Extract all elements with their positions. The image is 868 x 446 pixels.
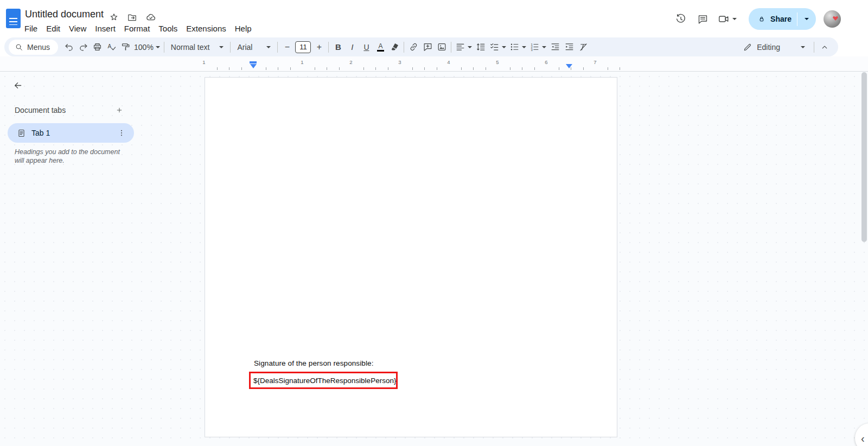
align-button[interactable] xyxy=(454,40,474,54)
add-comment-icon xyxy=(423,42,433,52)
zoom-select[interactable]: 100% xyxy=(132,40,162,54)
search-menus-button[interactable]: Menus xyxy=(9,40,58,55)
font-size-decrease-button[interactable]: − xyxy=(280,40,294,54)
toolbar-divider xyxy=(451,42,451,53)
bulleted-list-icon xyxy=(509,42,520,52)
bulleted-list-button[interactable] xyxy=(508,40,528,54)
comments-button[interactable] xyxy=(692,8,713,30)
indent-marker-left[interactable] xyxy=(250,61,257,68)
insert-image-button[interactable] xyxy=(435,40,449,54)
document-page[interactable]: Signature of the person responsible: ${D… xyxy=(205,77,617,437)
share-button[interactable]: Share xyxy=(749,8,816,30)
plus-icon xyxy=(116,105,123,115)
chevron-down-icon xyxy=(156,46,160,48)
share-label: Share xyxy=(770,15,792,23)
lock-icon xyxy=(757,15,766,23)
toolbar-divider xyxy=(814,42,814,53)
highlight-color-button[interactable] xyxy=(387,40,401,54)
tab-doc-icon xyxy=(17,129,26,138)
share-main[interactable]: Share xyxy=(749,15,797,23)
decrease-indent-icon xyxy=(550,42,560,52)
move-folder-icon xyxy=(127,12,137,23)
chevron-down-icon xyxy=(522,46,526,48)
hide-menus-button[interactable] xyxy=(816,40,833,54)
chevron-down-icon xyxy=(219,46,224,48)
join-call-button[interactable] xyxy=(713,8,741,30)
toolbar-divider xyxy=(328,42,329,53)
menu-item[interactable]: Extensions xyxy=(182,22,230,35)
pencil-icon xyxy=(743,42,752,52)
bold-button[interactable]: B xyxy=(331,40,345,54)
font-value: Arial xyxy=(237,43,252,52)
underline-button[interactable]: U xyxy=(359,40,373,54)
paint-format-button[interactable] xyxy=(118,40,132,54)
version-history-icon xyxy=(675,13,687,25)
document-text-line[interactable]: Signature of the person responsible: xyxy=(254,359,374,367)
increase-indent-button[interactable] xyxy=(562,40,576,54)
spellcheck-button[interactable]: A xyxy=(104,40,118,54)
styles-select[interactable]: Normal text xyxy=(167,40,228,54)
print-button[interactable] xyxy=(90,40,104,54)
menu-item[interactable]: Edit xyxy=(42,22,65,35)
workspace: Document tabs Tab 1 Headings you add to … xyxy=(0,72,868,446)
menu-item[interactable]: View xyxy=(65,22,91,35)
tab-item-tab1[interactable]: Tab 1 xyxy=(8,123,134,143)
line-spacing-button[interactable] xyxy=(474,40,488,54)
avatar[interactable] xyxy=(824,10,841,28)
svg-text:A: A xyxy=(107,43,111,49)
align-left-icon xyxy=(455,42,465,52)
text-color-button[interactable]: A xyxy=(373,40,387,54)
chevron-up-icon xyxy=(820,42,829,52)
menu-item[interactable]: Insert xyxy=(91,22,120,35)
search-icon xyxy=(15,43,23,52)
add-comment-button[interactable] xyxy=(420,40,435,54)
paint-format-icon xyxy=(120,42,131,52)
highlight-color-icon xyxy=(390,42,400,52)
checklist-button[interactable] xyxy=(488,40,508,54)
version-history-button[interactable] xyxy=(670,8,692,30)
chevron-down-icon xyxy=(805,18,809,20)
insert-image-icon xyxy=(437,42,447,52)
insert-link-button[interactable] xyxy=(406,40,420,54)
menu-item[interactable]: Tools xyxy=(154,22,182,35)
svg-text:3: 3 xyxy=(531,48,533,52)
menu-item[interactable]: Format xyxy=(120,22,155,35)
right-indent-icon[interactable] xyxy=(566,64,572,68)
undo-button[interactable] xyxy=(62,40,76,54)
menu-item[interactable]: Help xyxy=(231,22,256,35)
header-actions: Share xyxy=(670,8,841,30)
numbered-list-icon: 123 xyxy=(529,42,540,52)
clear-formatting-button[interactable] xyxy=(576,40,590,54)
indent-marker-right[interactable] xyxy=(566,64,572,68)
font-select[interactable]: Arial xyxy=(233,40,275,54)
comments-icon xyxy=(697,14,709,25)
ruler[interactable]: 11234567 xyxy=(0,56,868,72)
tab-options-button[interactable] xyxy=(114,126,129,140)
tab-label: Tab 1 xyxy=(31,129,50,137)
numbered-list-button[interactable]: 123 xyxy=(528,40,548,54)
zoom-value: 100% xyxy=(134,43,154,52)
side-panel-toggle-button[interactable]: ‹ xyxy=(855,423,868,446)
vertical-scrollbar[interactable] xyxy=(861,72,867,242)
back-arrow-icon xyxy=(13,80,23,91)
menu-item[interactable]: File xyxy=(20,22,42,35)
google-docs-window: Untitled document FileEditViewInsertForm… xyxy=(0,0,868,446)
share-dropdown[interactable] xyxy=(797,18,816,20)
italic-button[interactable]: I xyxy=(345,40,359,54)
docs-logo-icon[interactable] xyxy=(6,9,21,28)
redo-button[interactable] xyxy=(76,40,90,54)
editing-mode-select[interactable]: Editing xyxy=(736,40,812,55)
toolbar-divider xyxy=(164,42,164,53)
document-title[interactable]: Untitled document xyxy=(25,9,104,20)
close-sidebar-button[interactable] xyxy=(10,77,26,93)
decrease-indent-button[interactable] xyxy=(548,40,562,54)
merge-field-highlight-box[interactable]: ${DealsSignatureOfTheResponsiblePerson} xyxy=(249,372,398,389)
left-indent-icon[interactable] xyxy=(250,64,257,68)
add-tab-button[interactable] xyxy=(112,103,126,117)
chevron-left-icon: ‹ xyxy=(861,433,865,444)
font-size-input[interactable]: 11 xyxy=(295,41,311,53)
menubar: FileEditViewInsertFormatToolsExtensionsH… xyxy=(20,22,256,35)
font-size-increase-button[interactable]: + xyxy=(312,40,326,54)
merge-field-text[interactable]: ${DealsSignatureOfTheResponsiblePerson} xyxy=(253,377,396,385)
first-line-indent-icon[interactable] xyxy=(250,61,257,63)
